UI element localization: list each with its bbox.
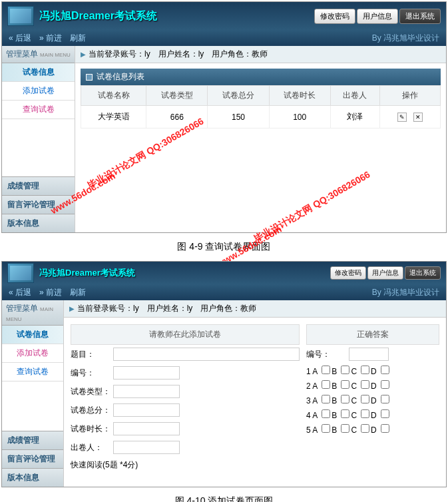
exam-table: 试卷名称 试卷类型 试卷总分 试卷时长 出卷人 操作 大学英语 666 150 … [81,85,441,128]
label-fast: 快速阅读(5题 *4分) [71,459,138,471]
sidebar-item-query-exam[interactable]: 查询试卷 [2,101,75,119]
sidebar-item-add-exam[interactable]: 添加试卷 [2,82,75,101]
nav-refresh[interactable]: 刷新 [70,287,86,298]
panel-title: 试卷信息列表 [81,69,441,85]
sidebar-item-version[interactable]: 版本信息 [2,214,75,232]
choice-C[interactable] [361,366,369,374]
sidebar-item-query-exam[interactable]: 查询试卷 [2,363,63,381]
cell-ops: ✎ ✕ [379,106,440,128]
choice-D[interactable] [381,380,389,389]
square-icon [86,74,93,81]
answer-row: 5 ABCD [306,422,439,437]
choice-C[interactable] [361,409,369,418]
choice-D[interactable] [381,366,389,374]
form-title: 请教师在此添加试卷 [71,324,300,345]
user-info-button[interactable]: 用户信息 [367,266,403,280]
input-type[interactable] [113,385,180,398]
choice-B[interactable] [341,366,349,374]
input-total[interactable] [113,403,180,417]
cell-time: 100 [269,106,330,128]
sidebar: 管理菜单 MAIN MENU 试卷信息 添加试卷 查询试卷 成绩管理 留言评论管… [2,300,64,487]
choice-C[interactable] [361,424,369,433]
sidebar-item-exam-info[interactable]: 试卷信息 [2,326,63,344]
main-content: ▶ 当前登录账号：ly 用户姓名：ly 用户角色：教师 请教师在此添加试卷 题目… [64,300,446,487]
app-title: 冯兆旭Dreamer考试系统 [39,267,135,279]
sidebar-item-comments[interactable]: 留言评论管理 [2,449,63,468]
choice-A[interactable] [322,395,330,403]
credit-text: By 冯兆旭毕业设计 [372,33,439,44]
choice-A[interactable] [322,380,330,389]
header: 冯兆旭Dreamer考试系统 修改密码 用户信息 退出系统 [2,262,446,284]
delete-icon[interactable]: ✕ [413,113,423,122]
sidebar-item-add-exam[interactable]: 添加试卷 [2,344,63,363]
cell-total: 150 [208,106,269,128]
input-author[interactable] [113,441,180,454]
sidebar-item-exam-info[interactable]: 试卷信息 [2,63,75,82]
answer-row: 4 ABCD [306,407,439,422]
main-content: ▶ 当前登录账号：ly 用户姓名：ly 用户角色：教师 试卷信息列表 试卷名称 … [75,46,446,232]
input-answer-num[interactable] [349,348,389,361]
choice-D[interactable] [381,424,389,433]
label-time: 试卷时长： [71,423,111,435]
info-bar: ▶ 当前登录账号：ly 用户姓名：ly 用户角色：教师 [75,46,446,63]
app-query-exam: 冯兆旭Dreamer考试系统 修改密码 用户信息 退出系统 « 后退 » 前进 … [1,1,447,233]
input-time[interactable] [113,422,180,435]
sidebar-item-comments[interactable]: 留言评论管理 [2,195,75,214]
choice-A[interactable] [322,366,330,374]
choice-D[interactable] [381,395,389,403]
sidebar-item-score[interactable]: 成绩管理 [2,176,75,195]
label-topic: 题目： [71,349,111,360]
choice-A[interactable] [322,409,330,418]
navbar: « 后退 » 前进 刷新 By 冯兆旭毕业设计 [2,284,446,300]
choice-B[interactable] [341,380,349,389]
col-author: 出卷人 [330,86,379,106]
answer-row: 2 ABCD [306,378,439,393]
user-info-button[interactable]: 用户信息 [357,9,398,24]
navbar: « 后退 » 前进 刷新 By 冯兆旭毕业设计 [2,30,446,46]
col-name: 试卷名称 [81,86,146,106]
col-time: 试卷时长 [269,86,330,106]
choice-B[interactable] [341,409,349,418]
app-add-exam: 冯兆旭Dreamer考试系统 修改密码 用户信息 退出系统 « 后退 » 前进 … [1,261,447,487]
choice-B[interactable] [341,424,349,433]
col-type: 试卷类型 [146,86,208,106]
header: 冯兆旭Dreamer考试系统 修改密码 用户信息 退出系统 [2,2,446,30]
label-num: 编号： [71,368,111,379]
nav-refresh[interactable]: 刷新 [70,33,86,44]
choice-A[interactable] [322,424,330,433]
label-answer-num: 编号： [306,349,346,360]
answer-row: 3 ABCD [306,393,439,407]
sidebar-header: 管理菜单 MAIN MENU [2,46,75,63]
answer-row: 1 ABCD [306,364,439,378]
cell-author: 刘泽 [330,106,379,128]
app-title: 冯兆旭Dreamer考试系统 [39,9,157,23]
nav-back[interactable]: « 后退 [9,33,31,44]
change-password-button[interactable]: 修改密码 [330,266,366,280]
col-ops: 操作 [379,86,440,106]
logout-button[interactable]: 退出系统 [405,266,441,280]
nav-back[interactable]: « 后退 [9,287,31,298]
sidebar-item-version[interactable]: 版本信息 [2,468,63,487]
nav-forward[interactable]: » 前进 [39,33,62,44]
logo-icon [7,6,34,26]
logout-button[interactable]: 退出系统 [399,9,441,24]
cell-name: 大学英语 [81,106,146,128]
choice-D[interactable] [381,409,389,418]
cell-type: 666 [146,106,208,128]
arrow-icon: ▶ [81,51,86,58]
figure-caption-1: 图 4-9 查询试卷界面图 [0,234,448,260]
figure-caption-2: 图 4-10 添加试卷页面图 [0,489,448,502]
choice-B[interactable] [341,395,349,403]
label-total: 试卷总分： [71,405,111,416]
edit-icon[interactable]: ✎ [397,113,407,122]
choice-C[interactable] [361,395,369,403]
table-row: 大学英语 666 150 100 刘泽 ✎ ✕ [81,106,441,128]
info-bar: ▶ 当前登录账号：ly 用户姓名：ly 用户角色：教师 [64,300,446,318]
change-password-button[interactable]: 修改密码 [314,9,355,24]
logo-icon [7,263,34,283]
input-topic[interactable] [113,348,300,361]
nav-forward[interactable]: » 前进 [39,287,62,298]
input-num[interactable] [113,366,180,379]
sidebar-item-score[interactable]: 成绩管理 [2,431,63,449]
choice-C[interactable] [361,380,369,389]
